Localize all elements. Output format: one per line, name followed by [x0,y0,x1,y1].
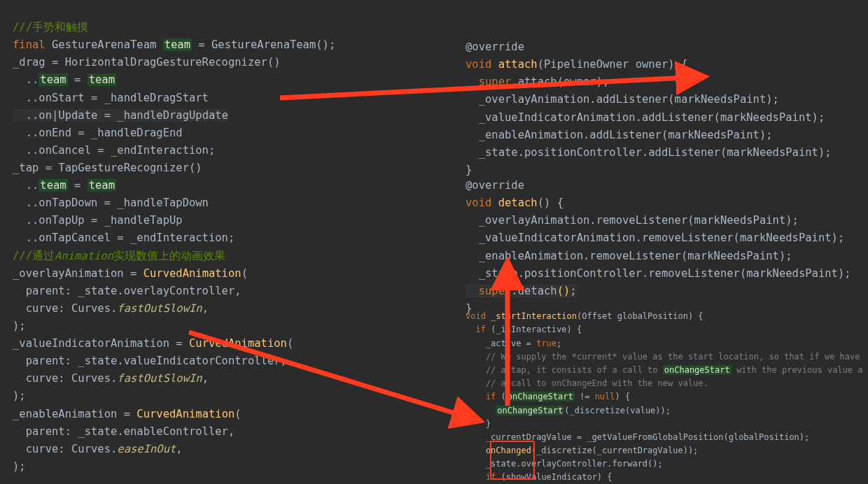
kw-void: void [465,58,491,71]
code-text: ..onCancel = _endInteraction; [13,144,215,157]
kw-if: if [465,325,486,334]
code-text: .detach [511,285,556,297]
comment-line: // a call to onChangeEnd with the new va… [465,378,708,388]
code-text: ); [13,460,26,473]
code-text: ..onTapUp = _handleTapUp [13,214,183,227]
highlight-onchangestart: onChangeStart [496,406,564,415]
code-text: ); [13,320,26,332]
code-text: parent: _state.overlayController, [13,285,241,297]
class-name: CurvedAnimation [136,408,234,420]
code-text: _active = [465,339,536,348]
kw-null: null [595,392,615,401]
code-text: () { [538,197,564,209]
code-text: (_isInteractive) { [486,325,582,334]
code-text: _drag = HorizontalDragGestureRecognizer(… [13,56,281,69]
code-text: _overlayAnimation.removeListener(markNee… [465,214,799,227]
code-text: (_discretize(_currentDragValue)); [531,446,698,455]
comment-line: ///手势和触摸 [13,21,88,34]
code-text: _enableAnimation.addListener(markNeedsPa… [465,129,773,141]
code-text: ..on [13,109,52,122]
kw-super: super [465,76,511,88]
highlight-team: team [88,179,116,192]
code-text: } [465,419,491,429]
method-name: attach [491,58,537,71]
code-text: ..onEnd = _handleDragEnd [13,127,183,139]
code-text: _enableAnimation.removeListener(markNeed… [465,250,792,262]
highlight-onchangestart: onChangeStart [506,392,575,401]
code-text: Update = _handleDragUpdate [58,109,228,122]
code-text: (showValueIndicator) { [496,472,612,482]
code-text: _valueIndicatorAnimation = [13,337,189,350]
call: onChanged [465,446,531,455]
code-text: _overlayAnimation = [13,267,144,280]
code-text: (PipelineOwner owner) { [538,58,688,71]
method-name: _startInteraction [486,311,577,321]
highlight-onchangestart: onChangeStart [663,365,732,375]
code-text: _tap = TapGestureRecognizer() [13,162,202,174]
code-text: _currentDragValue = _getValueFromGlobalP… [465,432,809,442]
kw-if: if [465,392,496,401]
annotation: @override [465,41,524,53]
highlight-team: team [163,38,192,51]
constant: fastOutSlowIn [117,372,202,385]
code-text: ); [13,390,26,402]
code-text: curve: Curves. [13,302,117,315]
highlight-team: team [88,73,116,86]
code-text: = GestureArenaTeam(); [192,38,335,51]
code-text: .. [13,179,38,192]
code-pane-right-mid[interactable]: @override void detach() { _overlayAnimat… [465,159,851,318]
comment-line: // a tap, it consists of a call to [465,365,663,375]
code-text: ..onTapCancel = _endInteraction; [13,232,234,244]
kw-void: void [465,311,486,321]
kw-true: true [536,339,556,348]
highlight-team: team [38,73,67,86]
method-name: detach [491,197,537,209]
annotation: @override [465,179,524,192]
code-pane-right-bottom[interactable]: void _startInteraction(Offset globalPosi… [465,297,863,484]
kw-super: super [465,285,511,297]
class-name: CurvedAnimation [144,267,241,280]
code-text: _valueIndicatorAnimation.addListener(mar… [465,111,825,124]
code-pane-left[interactable]: ///手势和触摸 final GestureArenaTeam team = G… [13,1,335,476]
kw-final: final [13,38,46,51]
cursor-point: | [52,109,58,122]
code-text: GestureArenaTeam [46,38,163,51]
code-text: curve: Curves. [13,443,117,455]
kw-if: if [465,472,496,482]
code-text: _state.overlayController.forward(); [465,459,663,469]
code-text: parent: _state.valueIndicatorController, [13,355,287,367]
code-text: _state.positionController.addListener(ma… [465,146,832,159]
code-text: _valueIndicatorAnimation.removeListener(… [465,232,844,244]
code-text: ..onTapDown = _handleTapDown [13,197,209,209]
code-text: ..onStart = _handleDragStart [13,92,209,104]
constant: easeInOut [117,443,176,455]
code-text: _enableAnimation = [13,408,136,420]
code-text: .. [13,73,38,86]
class-name: CurvedAnimation [189,337,287,350]
code-text: _overlayAnimation.addListener(markNeedsP… [465,93,779,106]
code-text: (Offset globalPosition) { [577,311,704,321]
code-text: .attach(owner); [511,76,609,88]
comment-line: ///通过Animation实现数值上的动画效果 [13,250,225,262]
code-pane-right-top[interactable]: @override void attach(PipelineOwner owne… [465,21,832,179]
kw-void: void [465,197,491,209]
comment-line: // We supply the *current* value as the … [465,352,860,362]
highlight-team: team [38,179,67,192]
code-text: curve: Curves. [13,372,117,385]
code-text: parent: _state.enableController, [13,425,234,438]
code-text: _state.positionController.removeListener… [465,267,851,280]
constant: fastOutSlowIn [117,302,202,315]
parens: () [557,285,570,297]
